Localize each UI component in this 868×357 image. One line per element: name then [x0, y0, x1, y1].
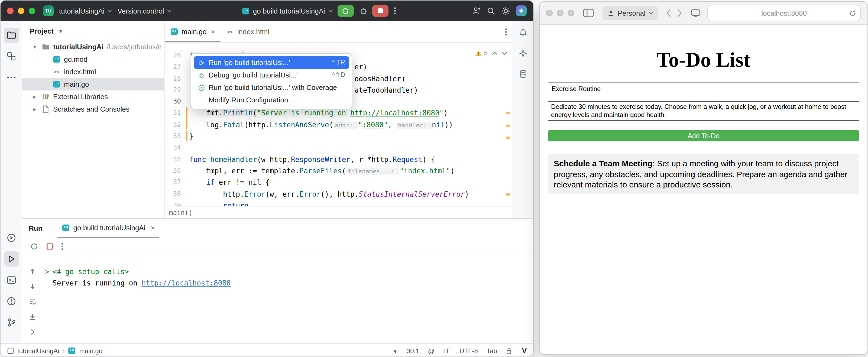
rerun-button[interactable]: [338, 5, 354, 17]
project-tree-item-tutorialusingai[interactable]: ▾tutorialUsingAi/Users/jetbrains/n: [22, 41, 164, 53]
back-button[interactable]: [666, 9, 672, 17]
ideavim-icon[interactable]: V: [522, 347, 527, 355]
structure-tool-icon[interactable]: [3, 49, 19, 64]
chevron-right-icon[interactable]: ▸: [31, 106, 38, 112]
caret-position[interactable]: 30:1: [407, 347, 420, 355]
stop-icon[interactable]: [46, 243, 54, 251]
code-line[interactable]: 34: [165, 142, 513, 154]
services-tool-icon[interactable]: [3, 230, 19, 246]
minimize-button[interactable]: [18, 8, 24, 14]
settings-gear-icon[interactable]: [501, 6, 510, 15]
code-line[interactable]: 35func homeHandler(w http.ResponseWriter…: [165, 154, 513, 165]
encoding-widget[interactable]: UTF-8: [460, 347, 478, 355]
project-tree-item-index-html[interactable]: <>index.html: [22, 66, 164, 78]
run-config-selector[interactable]: go build tutorialUsingAi: [242, 7, 333, 15]
notifications-bell-icon[interactable]: [516, 26, 530, 39]
chevron-right-icon[interactable]: [26, 326, 39, 339]
search-icon[interactable]: [487, 6, 496, 15]
problems-tool-icon[interactable]: [3, 294, 19, 309]
code-line[interactable]: 33}: [165, 131, 513, 142]
chevron-down-icon[interactable]: ▾: [31, 44, 38, 50]
address-text[interactable]: localhost:8080: [708, 9, 860, 17]
tab-options-kebab-icon[interactable]: [505, 27, 507, 36]
ai-status-icon[interactable]: @: [428, 347, 435, 355]
more-actions-kebab-icon[interactable]: [394, 6, 396, 15]
monitor-icon[interactable]: [691, 9, 701, 17]
terminal-tool-icon[interactable]: [3, 272, 19, 288]
database-tool-icon[interactable]: [516, 67, 530, 81]
inspections-widget[interactable]: 5: [475, 48, 507, 59]
breadcrumbs-bar[interactable]: main(): [165, 207, 513, 219]
code-line[interactable]: 37 if err != nil {: [165, 177, 513, 189]
stop-button[interactable]: [372, 5, 389, 17]
run-tool-icon[interactable]: [3, 251, 19, 266]
forward-button[interactable]: [677, 9, 682, 17]
prev-problem-icon[interactable]: [492, 52, 497, 55]
code-line[interactable]: 38 http.Error(w, err.Error(), http.Statu…: [165, 188, 513, 200]
code-line[interactable]: 36 tmpl, err := template.ParseFiles(file…: [165, 165, 513, 177]
tab-main-go[interactable]: main.go ×: [165, 21, 220, 42]
indent-widget[interactable]: Tab: [487, 347, 497, 355]
arrow-up-icon[interactable]: [26, 265, 39, 278]
status-breadcrumb-project[interactable]: tutorialUsingAi: [17, 347, 59, 355]
ai-assistant-tool-icon[interactable]: [516, 46, 530, 60]
add-todo-button[interactable]: Add To-Do: [548, 130, 859, 141]
address-bar[interactable]: localhost:8080: [707, 5, 861, 21]
menu-item-run-go-build-tutorialusi-[interactable]: Run 'go build tutorialUsi...'^⇧R: [194, 56, 349, 69]
maximize-button[interactable]: [568, 10, 574, 16]
project-menu-button[interactable]: tutorialUsingAi: [59, 7, 112, 15]
profile-button[interactable]: Personal: [602, 6, 659, 20]
close-tab-icon[interactable]: ×: [211, 28, 215, 36]
vcs-menu-button[interactable]: Version control: [118, 7, 172, 15]
arrow-down-icon[interactable]: [26, 280, 39, 293]
soft-wrap-icon[interactable]: [26, 295, 39, 309]
html-file-icon: <>: [226, 28, 234, 36]
project-tree-item-external-libraries[interactable]: ▸External Libraries: [22, 91, 164, 103]
minimize-button[interactable]: [557, 10, 563, 16]
todo-title-input[interactable]: [548, 82, 859, 95]
console-link[interactable]: http://localhost:8080: [142, 278, 231, 289]
run-console-output[interactable]: ><4 go setup calls> Server is running on…: [43, 255, 533, 344]
run-console-tab[interactable]: go build tutorialUsingAi ×: [58, 219, 159, 238]
project-tree-item-scratches-and-consoles[interactable]: ▸Scratches and Consoles: [22, 103, 164, 116]
sidebar-toggle-icon[interactable]: [583, 9, 594, 17]
project-tree-item-main-go[interactable]: main.go: [22, 78, 164, 91]
code-editor[interactable]: 26func main() {27 er)28 odosHandler)29 a…: [165, 43, 513, 207]
code-with-me-icon[interactable]: [471, 6, 481, 16]
console-options-kebab-icon[interactable]: [61, 242, 63, 251]
readonly-lock-icon[interactable]: [506, 347, 514, 355]
line-number: 37: [165, 177, 181, 189]
menu-item-debug-go-build-tutorialusi-[interactable]: Debug 'go build tutorialUsi...'^⇧D: [194, 69, 349, 81]
todo-description-textarea[interactable]: Dedicate 30 minutes to exercise today. C…: [548, 101, 859, 121]
scroll-to-end-icon[interactable]: [26, 311, 39, 324]
maximize-button[interactable]: [29, 8, 35, 14]
code-line[interactable]: 32 log.Fatal(http.ListenAndServe(addr: "…: [165, 119, 513, 131]
line-number: 28: [165, 73, 181, 85]
git-branch-icon[interactable]: [3, 315, 19, 330]
line-number: 32: [165, 119, 181, 131]
contrast-icon[interactable]: ◐: [394, 347, 398, 355]
code-line[interactable]: 39 return: [165, 200, 513, 207]
debug-button[interactable]: [359, 6, 368, 15]
status-breadcrumb-file[interactable]: main.go: [80, 347, 102, 355]
reload-icon[interactable]: [849, 9, 856, 17]
line-number: 30: [165, 96, 181, 107]
chevron-down-icon[interactable]: ▾: [57, 28, 64, 34]
browser-window: Personal localhost:8080 To-Do List: [539, 1, 868, 355]
next-problem-icon[interactable]: [502, 52, 507, 55]
console-text: Server is running on: [53, 278, 142, 289]
project-tree-item-go-mod[interactable]: go.mod: [22, 53, 164, 66]
close-button[interactable]: [546, 10, 553, 16]
close-tab-icon[interactable]: ×: [151, 224, 155, 232]
rerun-icon[interactable]: [30, 242, 38, 251]
tab-index-html[interactable]: <> index.html: [220, 21, 275, 42]
line-separator-widget[interactable]: LF: [443, 347, 451, 355]
fold-chevron-icon[interactable]: >: [45, 266, 53, 278]
more-tool-windows-icon[interactable]: [3, 70, 19, 85]
menu-item-modify-run-configuration-[interactable]: Modify Run Configuration...: [194, 94, 349, 106]
menu-item-run-go-build-tutorialusi-with-[interactable]: Run 'go build tutorialUsi...' with Cover…: [194, 81, 349, 94]
chevron-right-icon[interactable]: ▸: [31, 94, 38, 100]
close-button[interactable]: [7, 8, 13, 14]
project-tool-icon[interactable]: [3, 28, 19, 43]
ai-assistant-icon[interactable]: [516, 5, 527, 16]
